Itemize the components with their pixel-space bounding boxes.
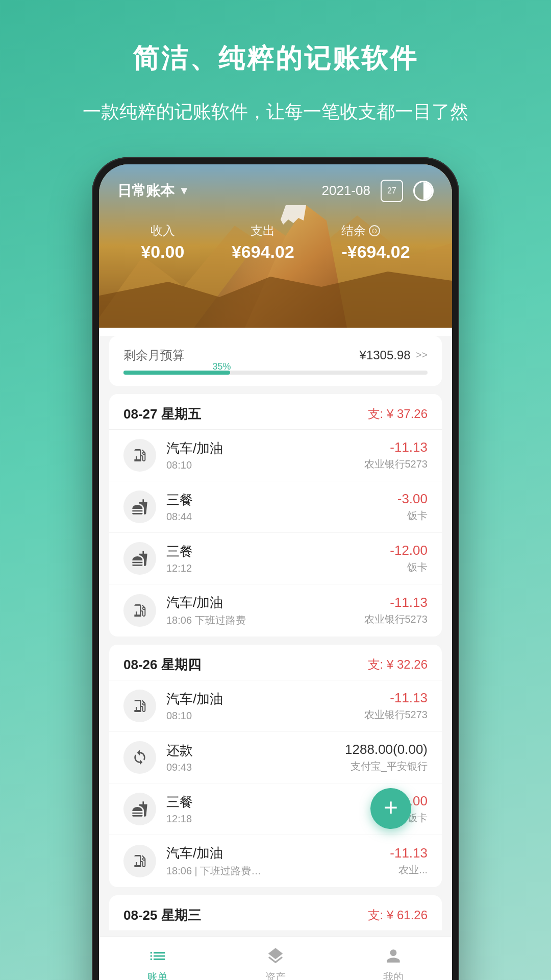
transaction-item[interactable]: 汽车/加油 08:10 -11.13 农业银行5273 [109,680,442,732]
budget-card[interactable]: 剩余月预算 ¥1305.98 >> 35% [109,336,442,386]
transaction-item[interactable]: 汽车/加油 18:06 下班过路费 -11.13 农业银行5273 [109,584,442,636]
food-icon [123,491,156,523]
fuel-icon [123,845,156,877]
tx-info: 汽车/加油 18:06 下班过路费 [166,594,364,627]
tx-right: 1288.00(0.00) 支付宝_平安银行 [345,742,428,773]
income-stat: 收入 ¥0.00 [141,223,184,262]
tx-info: 三餐 12:18 [166,793,390,825]
page-subtitle: 一款纯粹的记账软件，让每一笔收支都一目了然 [52,97,499,127]
transaction-group-2: 08-25 星期三 支: ¥ 61.26 [109,895,442,931]
tx-info: 汽车/加油 18:06 | 下班过路费测试... . . . . . . . . [166,844,390,878]
add-transaction-button[interactable]: + [370,788,411,829]
day-header-2: 08-25 星期三 支: ¥ 61.26 [109,895,442,931]
tx-right: -11.13 农业银行5273 [364,595,428,626]
phone-frame: 日常账本 ▼ 2021-08 27 收入 [92,157,459,980]
transaction-group-0: 08-27 星期五 支: ¥ 37.26 汽车/加油 08:10 [109,394,442,636]
day-label-1: 08-26 星期四 [123,656,201,674]
calendar-icon[interactable]: 27 [381,180,403,202]
day-header-1: 08-26 星期四 支: ¥ 32.26 [109,645,442,680]
transaction-item[interactable]: 汽车/加油 18:06 | 下班过路费测试... . . . . . . . .… [109,835,442,887]
transfer-icon [123,741,156,774]
tx-info: 汽车/加油 08:10 [166,439,364,471]
page-headline: 简洁、纯粹的记账软件 [133,41,418,77]
day-header-0: 08-27 星期五 支: ¥ 37.26 [109,394,442,430]
food-icon [123,542,156,575]
tx-info: 还款 09:43 [166,742,345,773]
expense-stat: 支出 ¥694.02 [232,223,294,262]
transaction-item[interactable]: 三餐 08:44 -3.00 饭卡 [109,481,442,533]
screen-body: 剩余月预算 ¥1305.98 >> 35% [99,336,452,980]
day-total-2: 支: ¥ 61.26 [368,907,428,923]
transaction-item[interactable]: 还款 09:43 1288.00(0.00) 支付宝_平安银行 [109,732,442,783]
pie-chart-icon[interactable] [413,181,434,201]
month-display: 2021-08 [322,183,370,199]
budget-percent: 35% [213,361,231,372]
account-dropdown-arrow: ▼ [179,184,190,198]
phone-screen: 日常账本 ▼ 2021-08 27 收入 [99,164,452,980]
fuel-icon [123,690,156,722]
budget-amount: ¥1305.98 >> [360,348,428,362]
day-label-0: 08-27 星期五 [123,405,201,423]
nav-label-profile: 我的 [383,970,404,980]
tx-right: -11.13 农业... [390,845,428,877]
stats-row: 收入 ¥0.00 支出 ¥694.02 结余 ⊖ -¥694 [117,223,434,262]
tx-right: -11.13 农业银行5273 [364,690,428,722]
list-icon [146,945,169,967]
food-icon [123,793,156,825]
bottom-nav: 账单 资产 [99,936,452,980]
fuel-icon [123,594,156,627]
account-name[interactable]: 日常账本 ▼ [117,181,190,201]
tx-info: 汽车/加油 08:10 [166,690,364,722]
budget-bar: 35% [123,371,428,375]
tx-right: -11.13 农业银行5273 [364,439,428,471]
day-total-1: 支: ¥ 32.26 [368,656,428,673]
phone-mockup: 日常账本 ▼ 2021-08 27 收入 [92,157,459,980]
header-overlay: 日常账本 ▼ 2021-08 27 收入 [99,164,452,262]
nav-label-assets: 资产 [265,970,286,980]
screen-header: 日常账本 ▼ 2021-08 27 收入 [99,164,452,328]
nav-item-assets[interactable]: 资产 [217,945,335,980]
nav-label-ledger: 账单 [147,970,168,980]
add-icon: + [384,795,398,820]
person-icon [382,945,405,967]
day-total-0: 支: ¥ 37.26 [368,406,428,422]
budget-fill: 35% [123,371,230,375]
tx-info: 三餐 12:12 [166,543,390,574]
day-label-2: 08-25 星期三 [123,906,201,924]
transaction-item[interactable]: 三餐 12:12 -12.00 饭卡 [109,533,442,584]
fuel-icon [123,439,156,472]
balance-info-icon: ⊖ [369,225,380,236]
tx-right: -12.00 饭卡 [390,543,428,574]
tx-info: 三餐 08:44 [166,491,397,523]
transaction-item[interactable]: 汽车/加油 08:10 -11.13 农业银行5273 [109,430,442,481]
nav-item-ledger[interactable]: 账单 [99,945,217,980]
balance-stat: 结余 ⊖ -¥694.02 [341,223,410,262]
layers-icon [264,945,287,967]
budget-chevron: >> [416,349,428,361]
budget-label: 剩余月预算 [123,347,185,363]
tx-right: -3.00 饭卡 [397,491,428,523]
nav-item-profile[interactable]: 我的 [334,945,452,980]
transaction-group-1: 08-26 星期四 支: ¥ 32.26 汽车/加油 08:10 [109,645,442,887]
